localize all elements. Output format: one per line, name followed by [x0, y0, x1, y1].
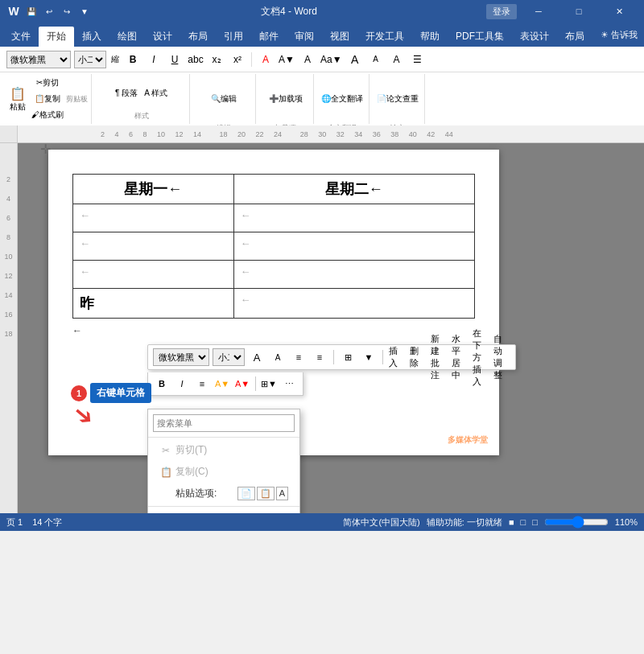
- paste-opt-3[interactable]: A: [276, 487, 288, 500]
- tab-view[interactable]: 视图: [322, 27, 357, 47]
- paste-opt-1[interactable]: 📄: [237, 487, 255, 500]
- undo-button[interactable]: ↩: [42, 4, 56, 19]
- clear-format-btn[interactable]: A: [388, 51, 406, 68]
- mini-table-more[interactable]: ▼: [360, 348, 378, 366]
- format-painter-button[interactable]: 🖌格式刷: [29, 108, 66, 122]
- mini-increase-font-btn[interactable]: A: [248, 348, 266, 366]
- tab-design[interactable]: 设计: [145, 27, 180, 47]
- mini-autofit-label[interactable]: 自动调整: [493, 348, 510, 366]
- paste-button[interactable]: 📋 粘贴: [6, 76, 29, 122]
- paste-opt-2[interactable]: 📋: [257, 487, 275, 500]
- font-color-btn[interactable]: A: [257, 51, 275, 68]
- mini-delete-label[interactable]: 删除: [409, 348, 427, 366]
- table-cell-1-1[interactable]: ←: [73, 204, 234, 232]
- tell-me-input[interactable]: ☀ 告诉我: [594, 26, 644, 44]
- cut-button[interactable]: ✂剪切: [29, 76, 66, 90]
- move-handle[interactable]: ✛: [40, 143, 51, 157]
- mini-table-icon[interactable]: ⊞: [339, 348, 357, 366]
- mini-highlight-btn2[interactable]: A▼: [213, 375, 231, 393]
- strikethrough-button[interactable]: abc: [187, 51, 204, 68]
- mini-bold-btn[interactable]: B: [153, 375, 171, 393]
- table-cell-4-2[interactable]: ←: [233, 289, 474, 319]
- mini-insert-label[interactable]: 插入: [388, 348, 406, 366]
- table-cell-tuesday-header[interactable]: 星期二←: [233, 175, 474, 204]
- ctx-search-item[interactable]: 🔍 搜索(H): [148, 508, 299, 513]
- view-print-btn[interactable]: ■: [509, 517, 514, 527]
- mini-font-color-btn2[interactable]: A▼: [233, 375, 251, 393]
- redo-button[interactable]: ↪: [60, 4, 74, 19]
- tab-file[interactable]: 文件: [3, 27, 39, 47]
- mini-decrease-font-btn[interactable]: A: [269, 348, 287, 366]
- table-row-3: ← ←: [73, 261, 475, 289]
- table-cell-2-1[interactable]: ←: [73, 232, 234, 261]
- decrease-font-btn[interactable]: A: [367, 51, 385, 68]
- phonetic-btn[interactable]: ☰: [409, 51, 427, 68]
- minimize-button[interactable]: ─: [520, 0, 557, 23]
- table-cell-3-2[interactable]: ←: [233, 261, 474, 289]
- tab-draw[interactable]: 绘图: [109, 27, 145, 47]
- mini-italic-btn[interactable]: I: [173, 375, 191, 393]
- tab-mailings[interactable]: 邮件: [251, 27, 287, 47]
- char-spacing-btn[interactable]: Aa▼: [320, 51, 343, 68]
- ruler-numbers: 2 4 6 8 10 12 14 18 20 22 24 28 30 32 34…: [80, 130, 453, 138]
- mini-center-label[interactable]: 水平居中: [451, 348, 469, 366]
- mini-insert-below-label[interactable]: 在下方插入: [472, 348, 489, 366]
- tab-layout[interactable]: 布局: [180, 27, 216, 47]
- mini-list-btn[interactable]: ≡: [290, 348, 308, 366]
- tab-table-layout[interactable]: 布局: [557, 27, 592, 47]
- zoom-level: 110%: [615, 517, 638, 527]
- style-gallery-btn[interactable]: 🔍编辑: [208, 76, 239, 122]
- group-clipboard: 📋 粘贴 ✂剪切 📋复制 🖌格式刷 剪贴板: [3, 74, 92, 124]
- table-cell-4-1[interactable]: 昨: [73, 289, 234, 319]
- tab-references[interactable]: 引用: [216, 27, 251, 47]
- zoom-slider[interactable]: [544, 516, 609, 529]
- highlight-btn[interactable]: A▼: [278, 51, 295, 68]
- tab-table-design[interactable]: 表设计: [512, 27, 557, 47]
- table-cell-monday-header[interactable]: 星期一←: [73, 175, 234, 204]
- save-button[interactable]: 💾: [24, 4, 39, 19]
- ctx-cut[interactable]: ✂ 剪切(T): [148, 439, 299, 461]
- ctx-copy[interactable]: 📋 复制(C): [148, 461, 299, 483]
- mini-list-btn2[interactable]: ≡: [311, 348, 328, 366]
- ctx-search-input[interactable]: [153, 414, 295, 432]
- bold-button[interactable]: B: [124, 51, 142, 68]
- font-name-select[interactable]: 微软雅黑: [6, 51, 71, 68]
- table-cell-3-1[interactable]: ←: [73, 261, 234, 289]
- tab-review[interactable]: 审阅: [287, 27, 322, 47]
- tab-help[interactable]: 帮助: [412, 27, 448, 47]
- mini-align-btn[interactable]: ≡: [193, 375, 211, 393]
- tab-home[interactable]: 开始: [39, 27, 74, 47]
- view-web-btn[interactable]: □: [532, 517, 538, 527]
- superscript-button[interactable]: x²: [229, 51, 246, 68]
- mini-table-btn2[interactable]: ⊞▼: [260, 375, 278, 393]
- mini-font-name-select[interactable]: 微软雅黑: [153, 348, 209, 366]
- ctx-paste-options[interactable]: 粘贴选项: 📄 📋 A: [148, 483, 299, 504]
- title-left-controls: W 💾 ↩ ↪ ▼: [6, 4, 92, 19]
- font-size-select[interactable]: 小二: [74, 51, 106, 68]
- close-button[interactable]: ✕: [601, 0, 638, 23]
- translate-btn[interactable]: 🌐全文翻译: [319, 76, 365, 122]
- restore-button[interactable]: □: [560, 0, 597, 23]
- subscript-button[interactable]: x₂: [208, 51, 225, 68]
- view-read-btn[interactable]: □: [521, 517, 526, 527]
- tab-pdf[interactable]: PDF工具集: [448, 27, 512, 47]
- addins-btn[interactable]: ➕加载项: [266, 76, 305, 122]
- login-button[interactable]: 登录: [486, 4, 517, 19]
- increase-font-btn[interactable]: A: [346, 51, 364, 68]
- underline-button[interactable]: U: [166, 51, 184, 68]
- shrink-font-button[interactable]: 縮: [109, 54, 121, 65]
- table-cell-1-2[interactable]: ←: [233, 204, 474, 232]
- papercheck-btn[interactable]: 📄论文查重: [374, 76, 421, 122]
- customize-button[interactable]: ▼: [77, 4, 92, 19]
- mini-font-size-select[interactable]: 小二: [213, 348, 245, 366]
- tab-developer[interactable]: 开发工具: [357, 27, 412, 47]
- mini-more-btn[interactable]: ⋯: [280, 375, 298, 393]
- italic-button[interactable]: I: [145, 51, 163, 68]
- style-btn[interactable]: A 样式: [142, 86, 170, 101]
- tab-insert[interactable]: 插入: [74, 27, 109, 47]
- font-color-btn2[interactable]: A: [299, 51, 316, 68]
- copy-button[interactable]: 📋复制: [29, 92, 66, 106]
- mini-new-row-label[interactable]: 新建批注: [430, 348, 448, 366]
- table-cell-2-2[interactable]: ←: [233, 232, 474, 261]
- paragraph-btn[interactable]: ¶ 段落: [113, 86, 140, 101]
